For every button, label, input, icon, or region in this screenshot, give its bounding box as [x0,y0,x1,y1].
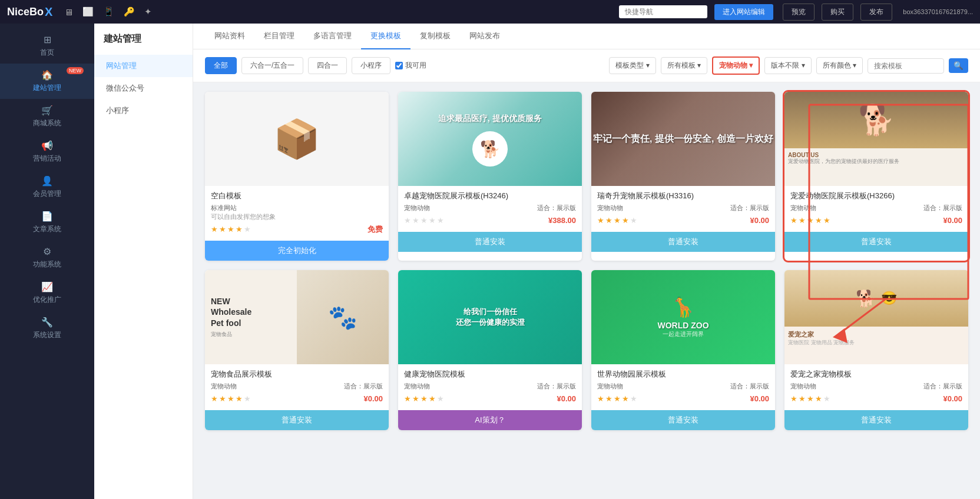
logo: NiceBoX [7,5,52,19]
sidebar-item-label: 营销活动 [33,154,61,164]
filter-dropdown-all[interactable]: 所有模板 ▾ [661,57,707,74]
template-thumb-blank: 📦 [205,92,389,186]
template-action-button[interactable]: 普通安装 [205,410,389,430]
inner-layout: 建站管理 网站管理 微信公众号 小程序 网站资料 栏目管理 多语言管理 更换模板… [94,24,980,499]
tabs-bar: 网站资料 栏目管理 多语言管理 更换模板 复制模板 网站发布 [193,24,980,49]
template-name: 宠物食品展示模板 [211,369,383,380]
sidebar-item-members[interactable]: 👤 会员管理 [0,169,94,205]
tab-columns[interactable]: 栏目管理 [254,24,304,49]
template-price: ¥0.00 [943,216,962,225]
preview-button[interactable]: 预览 [783,4,815,21]
ai-icon[interactable]: ✦ [144,6,152,17]
template-price: ¥0.00 [750,394,769,403]
stars-price-row: ★ ★ ★ ★ ★ ¥0.00 [597,214,769,227]
template-meta: 宠物动物 适合：展示版 [211,382,383,391]
filter-bar: 全部 六合一/五合一 四合一 小程序 我可用 模板类型 ▾ 所有模板 ▾ 宠物动… [193,49,980,82]
template-action-button[interactable]: 普通安装 [398,232,582,252]
publish-button[interactable]: 发布 [860,4,892,21]
sidebar-item-label: 首页 [40,48,54,58]
template-thumb-love: 🐕 😎 爱宠之家 宠物医院 宠物用品 宠物服务 [784,270,968,364]
template-info-medical: 卓越宠物医院展示模板(H3246) 宠物动物 适合：展示版 ★ ★ ★ ★ [398,186,582,232]
stars: ★ ★ ★ ★ ★ [597,394,637,403]
sidebar-item-articles[interactable]: 📄 文章系统 [0,205,94,240]
user-info: box363370167621879... [903,8,973,15]
filter-dropdown-version[interactable]: 版本不限 ▾ [764,57,811,74]
sidebar-item-settings[interactable]: 🔧 系统设置 [0,311,94,346]
template-action-button[interactable]: 普通安装 [591,410,775,430]
template-name: 宠爱动物医院展示模板(H3266) [790,191,962,201]
functions-icon: ⚙ [43,246,51,257]
template-card-blank: 📦 空白模板 标准网站 可以自由发挥您的想象 ★ ★ ★ [205,92,389,261]
template-action-button[interactable]: 普通安装 [784,232,968,252]
template-thumb-medical: 迫求最品医疗, 提优优质服务 🐕 [398,92,582,186]
sub-sidebar-title: 建站管理 [94,33,193,55]
enter-edit-button[interactable]: 进入网站编辑 [714,4,773,20]
filter-checkbox-available[interactable]: 我可用 [395,61,426,71]
monitor-icon[interactable]: 🖥 [64,7,73,17]
template-meta: 宠物动物 适合：展示版 [404,382,576,391]
stars-price-row: ★ ★ ★ ★ ★ ¥0.00 [790,392,962,405]
sidebar-item-label: 优化推广 [33,295,61,305]
template-price: ¥0.00 [943,394,962,403]
sub-sidebar-item-website[interactable]: 网站管理 [94,55,193,77]
sub-sidebar: 建站管理 网站管理 微信公众号 小程序 [94,24,193,499]
filter-btn-all[interactable]: 全部 [205,57,237,74]
template-name: 瑞奇升宠物展示模板(H3316) [597,191,769,201]
tab-multilang[interactable]: 多语言管理 [304,24,361,49]
filter-search-input[interactable] [868,58,944,74]
sidebar-item-functions[interactable]: ⚙ 功能系统 [0,240,94,275]
template-thumb-zoo: 🦒 WORLD ZOO 一起走进开阔界 [591,270,775,364]
template-info-vet: 健康宠物医院模板 宠物动物 适合：展示版 ★ ★ ★ ★ ★ [398,364,582,410]
tab-publish[interactable]: 网站发布 [460,24,509,49]
topbar-search-input[interactable] [619,5,707,18]
stars-price-row: ★ ★ ★ ★ ★ ¥0.00 [597,392,769,405]
stars: ★ ★ ★ ★ ★ [211,394,251,403]
template-card-food: NEWWholesalePet fool 宠物食品 🐾 宠物食品展示模板 宠物动… [205,270,389,430]
sidebar-item-site[interactable]: 🏠 建站管理 NEW [0,64,94,99]
tab-change-template[interactable]: 更换模板 [361,24,410,49]
template-price: 免费 [368,224,383,235]
sidebar-item-home[interactable]: ⊞ 首页 [0,28,94,64]
template-action-button[interactable]: AI策划？ [398,410,582,430]
sidebar-item-label: 商城系统 [33,118,61,128]
template-meta: 宠物动物 适合：展示版 [597,204,769,212]
template-info-blank: 空白模板 标准网站 可以自由发挥您的想象 ★ ★ ★ ★ ★ [205,186,389,241]
stars: ★ ★ ★ ★ ★ [404,216,444,225]
template-price: ¥0.00 [363,394,383,403]
template-card-medical: 迫求最品医疗, 提优优质服务 🐕 卓越宠物医院展示模板(H3246) 宠物动物 … [398,92,582,261]
tab-site-info[interactable]: 网站资料 [205,24,254,49]
filter-dropdown-pet[interactable]: 宠物动物 ▾ [712,56,760,75]
site-icon: 🏠 [41,69,53,81]
sub-sidebar-item-wechat[interactable]: 微信公众号 [94,77,193,99]
stars-price-row: ★ ★ ★ ★ ★ ¥0.00 [211,392,383,405]
key-icon[interactable]: 🔑 [124,6,135,17]
sidebar-item-marketing[interactable]: 📢 营销活动 [0,134,94,169]
filter-btn-six[interactable]: 六合一/五合一 [241,57,303,74]
mobile-icon[interactable]: 📱 [103,6,114,17]
template-action-button[interactable]: 普通安装 [591,232,775,252]
articles-icon: 📄 [41,211,53,222]
home-icon: ⊞ [44,34,51,45]
template-thumb-pet2: 🐕 ABOUT US 宠爱动物医院，为您的宠物提供最好的医疗服务 [784,92,968,186]
template-price: ¥388.00 [548,216,576,225]
stars: ★ ★ ★ ★ ★ [597,216,637,225]
filter-dropdown-color[interactable]: 所有颜色 ▾ [816,57,863,74]
filter-dropdown-type[interactable]: 模板类型 ▾ [609,57,655,74]
buy-button[interactable]: 购买 [822,4,853,21]
sub-sidebar-item-miniapp[interactable]: 小程序 [94,99,193,122]
template-name: 健康宠物医院模板 [404,369,576,380]
tab-copy-template[interactable]: 复制模板 [410,24,460,49]
sidebar-item-seo[interactable]: 📈 优化推广 [0,275,94,311]
filter-btn-four[interactable]: 四合一 [308,57,347,74]
template-name: 世界动物园展示模板 [597,369,769,380]
template-meta: 宠物动物 适合：展示版 [597,382,769,391]
sidebar-item-shop[interactable]: 🛒 商城系统 [0,99,94,134]
tablet-icon[interactable]: ⬜ [82,6,94,17]
template-name: 爱宠之家宠物模板 [790,369,962,380]
template-action-button[interactable]: 完全初始化 [205,241,389,261]
template-action-button[interactable]: 普通安装 [784,410,968,430]
filter-btn-miniapp[interactable]: 小程序 [352,57,390,74]
filter-search-button[interactable]: 🔍 [949,58,968,73]
template-meta: 标准网站 [211,204,383,212]
template-meta: 宠物动物 适合：展示版 [404,204,576,212]
